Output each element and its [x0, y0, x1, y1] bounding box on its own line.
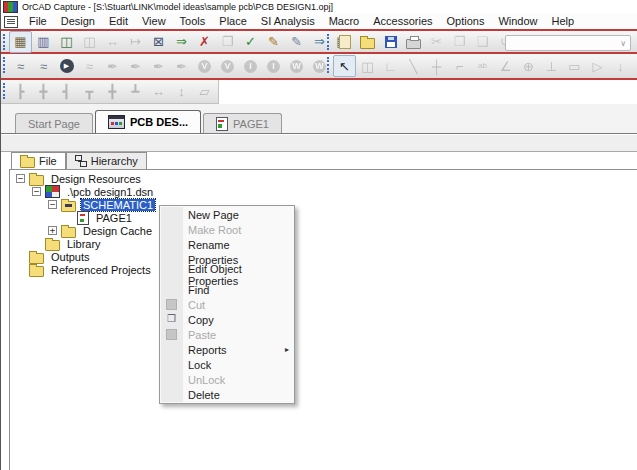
tree-item-label[interactable]: .\pcb design1.dsn	[65, 186, 155, 198]
tree-item-referenced-projects[interactable]: Referenced Projects	[10, 263, 637, 276]
tab-pcb-des[interactable]: PCB DES...	[95, 110, 201, 133]
tree-item-label[interactable]: Design Cache	[81, 225, 154, 237]
tree-item-label[interactable]: Library	[65, 238, 103, 250]
copy-icon-button[interactable]: ❐	[448, 31, 471, 53]
place-port-icon-button[interactable]: ▷	[586, 55, 609, 77]
collapse-icon[interactable]: −	[48, 200, 57, 209]
panel-tab-file[interactable]: File	[11, 152, 66, 169]
place-hierarchical-block-icon-button[interactable]: ▭	[563, 55, 586, 77]
tree-item-pcb-design1-dsn[interactable]: −.\pcb design1.dsn	[10, 185, 637, 198]
place-net-alias-icon-button[interactable]: ab	[471, 55, 494, 77]
remove-from-cart-icon-button[interactable]: ✗	[193, 31, 216, 53]
toolbar-drag-handle[interactable]	[3, 57, 8, 73]
tree-item-label[interactable]: Design Resources	[49, 173, 143, 185]
tree-item-label[interactable]: PAGE1	[94, 212, 134, 224]
save-icon-button[interactable]	[379, 31, 402, 53]
place-power-icon-button[interactable]: ⊕	[517, 55, 540, 77]
voltage-probe-icon-button[interactable]: ✒	[101, 55, 124, 77]
place-ground-icon-button[interactable]: ⊥	[540, 55, 563, 77]
tree-item-outputs[interactable]: Outputs	[10, 250, 637, 263]
context-menu-item-lock[interactable]: Lock	[160, 357, 294, 372]
align-bottom-icon-button[interactable]: ┻	[124, 81, 147, 103]
place-pin-icon-button[interactable]: ↓	[609, 55, 632, 77]
menu-options[interactable]: Options	[440, 14, 492, 29]
tree-item-page1[interactable]: PAGE1	[10, 211, 637, 224]
import-document-icon-button[interactable]: ⇒	[170, 31, 193, 53]
menu-si-analysis[interactable]: SI Analysis	[254, 14, 322, 29]
power-marker-icon-button[interactable]: W	[285, 55, 308, 77]
tree-item-label[interactable]: Outputs	[49, 251, 92, 263]
distribute-horizontal-icon-button[interactable]: ↔	[147, 81, 170, 103]
place-polyline-icon-button[interactable]: ∠	[494, 55, 517, 77]
part-manager-icon-button[interactable]: ▥	[32, 31, 55, 53]
place-bus-entry-icon-button[interactable]: ⌐	[448, 55, 471, 77]
menu-view[interactable]: View	[135, 14, 173, 29]
tree-item-design-cache[interactable]: +Design Cache	[10, 224, 637, 237]
tab-page1[interactable]: PAGE1	[203, 113, 282, 133]
toolbar-drag-handle[interactable]	[3, 83, 8, 99]
context-menu-item-copy[interactable]: ❐Copy	[160, 312, 294, 327]
edit-simulation-profile-icon-button[interactable]: ≈	[32, 55, 55, 77]
tree-item-library[interactable]: Library	[10, 237, 637, 250]
align-middle-icon-button[interactable]: ╋	[101, 81, 124, 103]
context-menu-item-reports[interactable]: Reports▸	[160, 342, 294, 357]
simulation-profile-icon-button[interactable]: ≈	[9, 55, 32, 77]
paste-icon-button[interactable]: ❑	[471, 31, 494, 53]
panel-tab-hierarchy[interactable]: Hierarchy	[66, 152, 147, 169]
align-left-icon-button[interactable]: ┣	[9, 81, 32, 103]
print-icon-button[interactable]	[402, 31, 425, 53]
align-right-icon-button[interactable]: ┫	[55, 81, 78, 103]
menu-tools[interactable]: Tools	[173, 14, 213, 29]
current-into-pin-marker-icon-button[interactable]: I	[262, 55, 285, 77]
design-sync-icon-button[interactable]: ◫	[55, 31, 78, 53]
select-icon-button[interactable]: ↖	[333, 55, 356, 77]
menu-place[interactable]: Place	[212, 14, 254, 29]
menu-file[interactable]: File	[22, 14, 54, 29]
cut-icon-button[interactable]: ✂	[425, 31, 448, 53]
combo-dropdown-icon[interactable]: ∨	[620, 39, 630, 48]
align-top-icon-button[interactable]: ┳	[78, 81, 101, 103]
place-off-page-connector-icon-button[interactable]: ▦	[632, 55, 637, 77]
project-archive-icon-button[interactable]: ▦	[9, 31, 32, 53]
toolbar-drag-handle[interactable]	[327, 57, 332, 73]
design-sync-off-icon-button[interactable]: ◫	[78, 31, 101, 53]
menu-macro[interactable]: Macro	[322, 14, 367, 29]
expand-icon[interactable]: +	[48, 226, 57, 235]
current-probe-icon-button[interactable]: ✒	[124, 55, 147, 77]
menu-accessories[interactable]: Accessories	[366, 14, 439, 29]
link-database-icon-button[interactable]: ↔	[101, 31, 124, 53]
edit-properties-icon-button[interactable]: ✎	[262, 31, 285, 53]
document-window-icon[interactable]	[4, 16, 18, 28]
open-folder-icon-button[interactable]	[356, 31, 379, 53]
distribute-vertical-icon-button[interactable]: ↕	[170, 81, 193, 103]
context-menu-item-edit-object-properties[interactable]: Edit Object Properties	[160, 267, 294, 282]
voltage-level-marker-icon-button[interactable]: V	[216, 55, 239, 77]
toolbar-drag-handle[interactable]	[3, 34, 8, 50]
tree-item-label[interactable]: SCHEMATIC1	[81, 199, 155, 211]
collapse-icon[interactable]: −	[16, 174, 25, 183]
place-part-icon-button[interactable]: ◫	[356, 55, 379, 77]
delete-all-probes-icon-button[interactable]: ✒	[170, 55, 193, 77]
current-marker-icon-button[interactable]: I	[239, 55, 262, 77]
stamp-icon-button[interactable]: ▱	[193, 81, 216, 103]
voltage-marker-icon-button[interactable]: V	[193, 55, 216, 77]
tree-item-schematic1[interactable]: −SCHEMATIC1	[10, 198, 637, 211]
delete-probe-icon-button[interactable]: ✒	[147, 55, 170, 77]
zoom-combo[interactable]: ∨	[505, 35, 631, 51]
edit-page-icon-button[interactable]: ✎	[285, 31, 308, 53]
tab-start-page[interactable]: Start Page	[15, 113, 93, 133]
menu-design[interactable]: Design	[54, 14, 102, 29]
menu-help[interactable]: Help	[545, 14, 582, 29]
place-bus-icon-button[interactable]: ╲	[402, 55, 425, 77]
tree-item-label[interactable]: Referenced Projects	[49, 264, 153, 276]
run-simulation-icon-button[interactable]: ▶	[55, 55, 78, 77]
verify-icon-button[interactable]: ✓	[239, 31, 262, 53]
context-menu-item-delete[interactable]: Delete	[160, 387, 294, 402]
align-center-icon-button[interactable]: ╋	[32, 81, 55, 103]
unlink-database-icon-button[interactable]: ↦	[124, 31, 147, 53]
toolbar-drag-handle[interactable]	[327, 34, 332, 50]
context-menu-item-find[interactable]: Find	[160, 282, 294, 297]
duplicate-icon-button[interactable]: ❐	[216, 31, 239, 53]
tree-item-design-resources[interactable]: −Design Resources	[10, 172, 637, 185]
collapse-icon[interactable]: −	[32, 187, 41, 196]
